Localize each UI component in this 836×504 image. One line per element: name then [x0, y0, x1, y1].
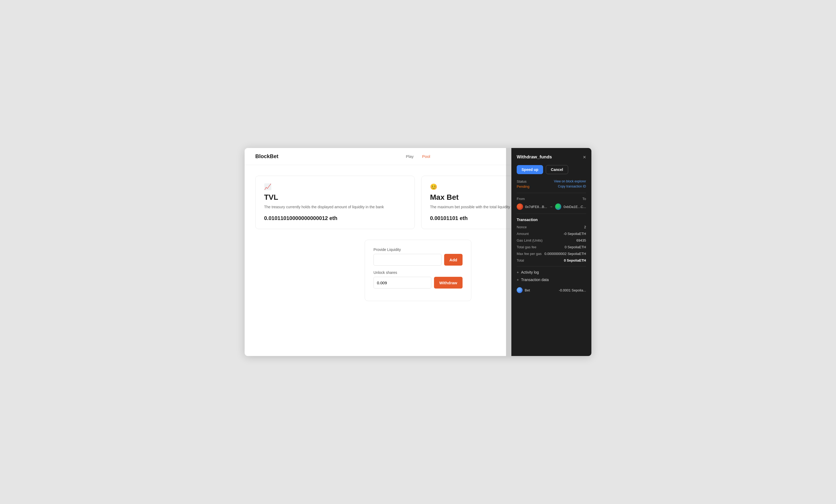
nav-play[interactable]: Play [406, 154, 414, 159]
from-avatar [517, 203, 523, 210]
panel-header: Withdraw_funds × [517, 154, 586, 160]
plus-icon-activity: + [517, 270, 519, 274]
panel-title: Withdraw_funds [517, 154, 552, 160]
panel-overlay: Withdraw_funds × Speed up Cancel Status … [506, 148, 591, 356]
tvl-icon: 📈 [264, 183, 406, 190]
from-address: 0x7dFE8...B... [525, 205, 547, 209]
tvl-desc: The treasury currently holds the display… [264, 204, 406, 210]
max-fee-row: Max fee per gas 0.0000000002 SepoliaETH [517, 252, 586, 256]
gas-limit-label: Gas Limit (Units) [517, 238, 543, 243]
max-fee-label: Max fee per gas [517, 252, 542, 256]
activity-log-label: Activity log [521, 270, 539, 274]
provide-input[interactable] [374, 254, 441, 266]
unlock-shares-group: Unlock shares Withdraw [374, 270, 462, 289]
app-logo: BlockBet [255, 153, 279, 159]
to-address: 0xbDa1E...C... [563, 205, 586, 209]
speed-up-button[interactable]: Speed up [517, 165, 543, 174]
gas-limit-row: Gas Limit (Units) 69435 [517, 238, 586, 243]
view-explorer-link[interactable]: View on block explorer [554, 179, 586, 183]
close-button[interactable]: × [583, 154, 586, 160]
arrow-icon: → [549, 205, 553, 209]
to-avatar [555, 203, 562, 210]
activity-log-row[interactable]: + Activity log [517, 270, 586, 274]
total-label: Total [517, 258, 524, 263]
amount-value: -0 SepoliaETH [563, 232, 586, 236]
bet-value: -0.0001 Sepolia... [559, 288, 586, 292]
add-button[interactable]: Add [444, 254, 462, 266]
total-value: 0 SepoliaETH [564, 258, 586, 263]
copy-tx-link[interactable]: Copy transaction ID [558, 185, 586, 188]
to-label: To [582, 197, 586, 201]
nonce-value: 2 [584, 225, 586, 229]
max-fee-value: 0.0000000002 SepoliaETH [545, 252, 586, 256]
status-row: Status View on block explorer [517, 179, 586, 183]
amount-row: Amount -0 SepoliaETH [517, 232, 586, 236]
provide-liquidity-group: Provide Liquidity Add [374, 248, 462, 266]
nonce-label: Nonce [517, 225, 527, 229]
tvl-card: 📈 TVL The treasury currently holds the d… [255, 176, 415, 229]
tvl-value: 0.01011010000000000012 eth [264, 215, 406, 221]
cancel-button[interactable]: Cancel [546, 165, 568, 174]
nav-links: Play Pool [406, 154, 430, 159]
provide-row: Add [374, 254, 462, 266]
total-row: Total 0 SepoliaETH [517, 258, 586, 263]
bet-entry-left: Bet [517, 287, 530, 293]
from-label: From [517, 197, 525, 201]
bet-entry: Bet -0.0001 Sepolia... [517, 285, 586, 293]
unlock-row: Withdraw [374, 277, 462, 289]
tvl-title: TVL [264, 193, 406, 201]
divider-1 [517, 193, 586, 193]
transaction-data-row[interactable]: + Transaction data [517, 277, 586, 282]
status-pending: Pending [517, 185, 530, 189]
status-value-row: Pending Copy transaction ID [517, 185, 586, 189]
unlock-input[interactable] [374, 277, 431, 289]
nonce-row: Nonce 2 [517, 225, 586, 229]
total-gas-value: 0 SepoliaETH [565, 245, 586, 249]
gas-limit-value: 69435 [576, 238, 586, 243]
status-label: Status [517, 179, 527, 183]
provide-label: Provide Liquidity [374, 248, 462, 252]
bet-avatar [517, 287, 522, 293]
amount-label: Amount [517, 232, 529, 236]
divider-2 [517, 214, 586, 214]
total-gas-row: Total gas fee 0 SepoliaETH [517, 245, 586, 249]
total-gas-label: Total gas fee [517, 245, 536, 249]
liquidity-section: Provide Liquidity Add Unlock shares With… [365, 240, 471, 301]
address-row: 0x7dFE8...B... → 0xbDa1E...C... [517, 203, 586, 210]
bet-label: Bet [525, 288, 530, 292]
side-panel: Withdraw_funds × Speed up Cancel Status … [511, 148, 591, 356]
from-to-labels: From To [517, 197, 586, 201]
panel-actions: Speed up Cancel [517, 165, 586, 174]
unlock-label: Unlock shares [374, 270, 462, 275]
transaction-section-title: Transaction [517, 218, 586, 222]
plus-icon-tx: + [517, 277, 519, 282]
nav-pool[interactable]: Pool [422, 154, 430, 159]
withdraw-button[interactable]: Withdraw [434, 277, 462, 289]
transaction-data-label: Transaction data [521, 277, 549, 282]
